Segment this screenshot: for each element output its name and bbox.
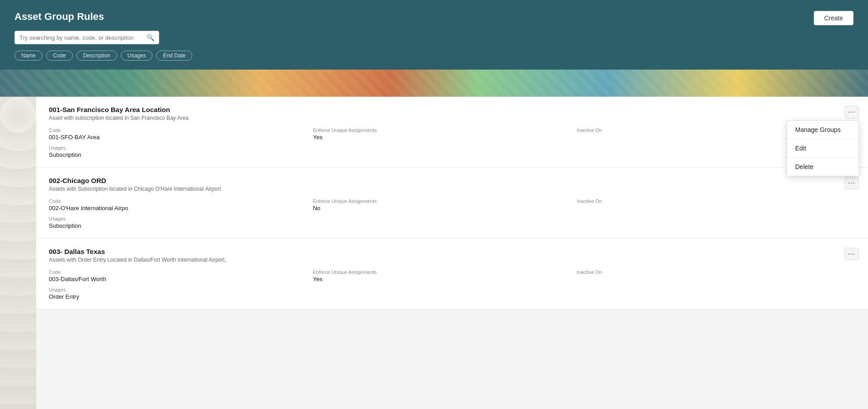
card-field-enforce: Enforce Unique Assignments Yes	[313, 127, 577, 158]
card-fields: Code 002-O'Hare International Airpo Usag…	[49, 198, 841, 229]
filter-tag-description[interactable]: Description	[76, 51, 117, 61]
enforce-label: Enforce Unique Assignments	[313, 198, 577, 204]
page-header: Asset Group Rules Create 🔍 Name Code Des…	[0, 0, 868, 70]
usages-label: Usages	[49, 145, 313, 150]
inactive-label: Inactive On	[577, 269, 841, 275]
filter-tag-usages[interactable]: Usages	[121, 51, 153, 61]
table-row: 001-San Francisco Bay Area Location Asse…	[36, 97, 868, 168]
decorative-band	[0, 70, 868, 97]
dropdown-item-delete[interactable]: Delete	[787, 158, 859, 176]
card-subtitle: Asset with subscription located in San F…	[49, 115, 841, 121]
card-list: 001-San Francisco Bay Area Location Asse…	[36, 97, 868, 310]
card-title: 003- Dallas Texas	[49, 248, 841, 255]
card-field-inactive: Inactive On	[577, 269, 841, 300]
inactive-label: Inactive On	[577, 198, 841, 204]
code-label: Code	[49, 269, 313, 275]
card-field-enforce: Enforce Unique Assignments No	[313, 198, 577, 229]
enforce-value: Yes	[313, 134, 577, 141]
search-box: 🔍	[14, 31, 159, 44]
code-value: 003-Dallas/Fort Worth	[49, 276, 313, 282]
card-subtitle: Assets with Subscription located in Chic…	[49, 186, 841, 192]
card-fields: Code 003-Dallas/Fort Worth Usages Order …	[49, 269, 841, 300]
enforce-label: Enforce Unique Assignments	[313, 127, 577, 133]
enforce-value: No	[313, 205, 577, 212]
more-options-button[interactable]: ···	[844, 106, 859, 118]
more-options-button[interactable]: ···	[844, 248, 859, 260]
card-field-code: Code 003-Dallas/Fort Worth Usages Order …	[49, 269, 313, 300]
search-input[interactable]	[19, 34, 144, 41]
table-row: 002-Chicago ORD Assets with Subscription…	[36, 168, 868, 239]
enforce-value: Yes	[313, 276, 577, 282]
table-row: 003- Dallas Texas Assets with Order Entr…	[36, 239, 868, 310]
card-subtitle: Assets with Order Entry Located in Dalla…	[49, 257, 841, 263]
usages-label: Usages	[49, 287, 313, 292]
card-field-code: Code 002-O'Hare International Airpo Usag…	[49, 198, 313, 229]
code-label: Code	[49, 198, 313, 204]
card-field-enforce: Enforce Unique Assignments Yes	[313, 269, 577, 300]
usages-value: Order Entry	[49, 293, 313, 300]
side-decoration	[0, 97, 36, 409]
filter-tag-name[interactable]: Name	[14, 51, 43, 61]
dropdown-item-manage-groups[interactable]: Manage Groups	[787, 121, 859, 139]
code-label: Code	[49, 127, 313, 133]
card-field-code: Code 001-SFO-BAY Area Usages Subscriptio…	[49, 127, 313, 158]
usages-value: Subscription	[49, 151, 313, 158]
more-options-button[interactable]: ···	[844, 177, 859, 189]
filter-tags: Name Code Description Usages End Date	[14, 51, 854, 61]
dropdown-menu: Manage Groups Edit Delete	[787, 120, 859, 176]
card-field-inactive: Inactive On	[577, 198, 841, 229]
code-value: 002-O'Hare International Airpo	[49, 205, 313, 212]
card-fields: Code 001-SFO-BAY Area Usages Subscriptio…	[49, 127, 841, 158]
filter-tag-end-date[interactable]: End Date	[156, 51, 192, 61]
search-row: 🔍	[14, 31, 854, 44]
usages-value: Subscription	[49, 222, 313, 229]
main-content: 001-San Francisco Bay Area Location Asse…	[0, 97, 868, 409]
usages-label: Usages	[49, 216, 313, 221]
dropdown-item-edit[interactable]: Edit	[787, 139, 859, 157]
create-button[interactable]: Create	[814, 11, 854, 25]
card-title: 001-San Francisco Bay Area Location	[49, 106, 841, 113]
code-value: 001-SFO-BAY Area	[49, 134, 313, 141]
card-title: 002-Chicago ORD	[49, 177, 841, 184]
page-title: Asset Group Rules	[14, 11, 854, 23]
enforce-label: Enforce Unique Assignments	[313, 269, 577, 275]
search-icon[interactable]: 🔍	[147, 34, 154, 41]
filter-tag-code[interactable]: Code	[46, 51, 73, 61]
